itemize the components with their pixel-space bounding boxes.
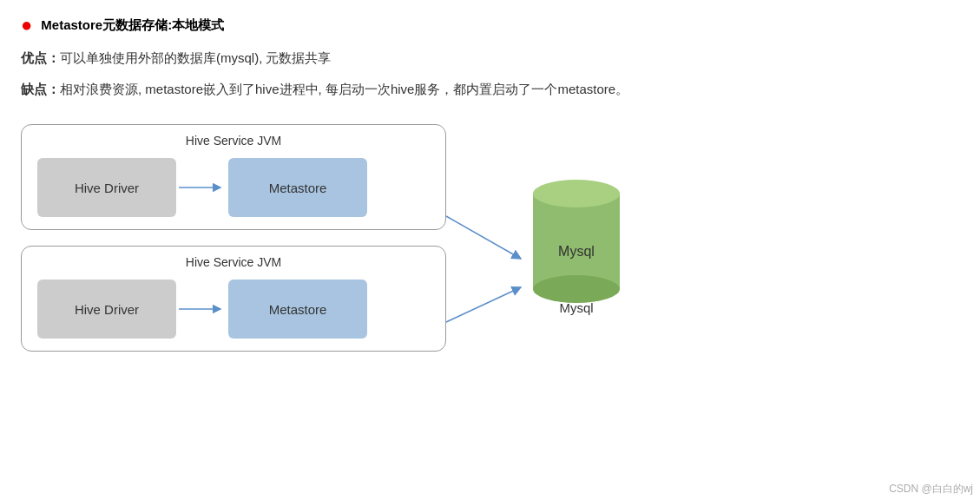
svg-rect-8 bbox=[533, 194, 620, 289]
advantage-label: 优点： bbox=[21, 50, 60, 65]
jvm2-driver-box: Hive Driver bbox=[37, 280, 176, 339]
jvm2-arrow bbox=[176, 300, 228, 318]
mysql-cylinder-svg: Mysql bbox=[524, 168, 628, 306]
jvm2-metastore-box: Metastore bbox=[228, 280, 367, 339]
jvm1-metastore-box: Metastore bbox=[228, 158, 367, 217]
advantage-line: 优点：可以单独使用外部的数据库(mysql), 元数据共享 bbox=[21, 47, 959, 69]
jvm1-label: Hive Service JVM bbox=[37, 134, 430, 148]
bullet-dot: ● bbox=[21, 16, 32, 35]
jvm2-inner: Hive Driver Metastore bbox=[37, 280, 430, 339]
jvm2-metastore-label: Metastore bbox=[269, 302, 327, 317]
disadvantage-line: 缺点：相对浪费资源, metastore嵌入到了hive进程中, 每启动一次hi… bbox=[21, 78, 959, 101]
disadvantage-text: 相对浪费资源, metastore嵌入到了hive进程中, 每启动一次hive服… bbox=[60, 82, 628, 96]
svg-point-10 bbox=[533, 180, 620, 207]
diagram-area: Hive Service JVM Hive Driver bbox=[21, 124, 959, 352]
jvm1-arrow bbox=[176, 179, 228, 196]
watermark: CSDN @白白的wj bbox=[889, 482, 973, 497]
svg-text:Mysql: Mysql bbox=[558, 244, 595, 259]
jvm1-driver-label: Hive Driver bbox=[75, 181, 139, 195]
jvm-box-2: Hive Service JVM Hive Driver bbox=[21, 246, 446, 352]
jvm-containers: Hive Service JVM Hive Driver bbox=[21, 124, 446, 352]
jvm1-arrow-svg bbox=[177, 179, 227, 196]
mysql-section: Mysql Mysql bbox=[524, 168, 628, 315]
jvm1-inner: Hive Driver Metastore bbox=[37, 158, 430, 217]
disadvantage-label: 缺点： bbox=[21, 82, 60, 96]
bullet-bold: 本地模式 bbox=[172, 17, 224, 32]
svg-line-6 bbox=[446, 216, 521, 259]
bullet-prefix: Metastore元数据存储: bbox=[41, 17, 172, 32]
jvm2-driver-label: Hive Driver bbox=[75, 302, 139, 317]
svg-line-7 bbox=[446, 287, 521, 322]
jvm1-metastore-label: Metastore bbox=[269, 181, 327, 195]
jvm2-arrow-svg bbox=[177, 300, 227, 318]
jvm2-label: Hive Service JVM bbox=[37, 255, 430, 269]
advantage-text: 可以单独使用外部的数据库(mysql), 元数据共享 bbox=[60, 50, 332, 65]
jvm-box-1: Hive Service JVM Hive Driver bbox=[21, 124, 446, 230]
bullet-text: Metastore元数据存储:本地模式 bbox=[41, 17, 224, 34]
jvm1-driver-box: Hive Driver bbox=[37, 158, 176, 217]
svg-point-9 bbox=[533, 275, 620, 303]
bullet-line: ● Metastore元数据存储:本地模式 bbox=[21, 16, 959, 35]
